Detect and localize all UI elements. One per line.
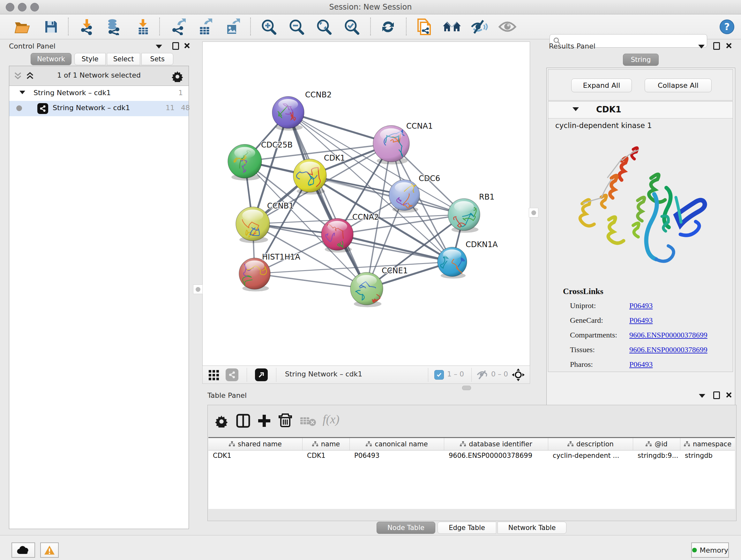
export-image-icon[interactable] (225, 18, 240, 35)
show-all-icon[interactable] (498, 20, 517, 33)
column-header[interactable]: shared name (208, 438, 302, 450)
network-share-view-icon[interactable] (226, 368, 239, 381)
expand-collapse-bar: Expand All Collapse All (548, 69, 733, 101)
hidden-elements-icon[interactable] (476, 370, 488, 380)
network-node-RB1[interactable]: RB1 (448, 192, 494, 233)
string-network-graph[interactable]: CCNB2CCNA1CDC25BCDK1CDC6RB1CCNB1CCNA2CDK… (203, 42, 530, 366)
zoom-selected-icon[interactable] (344, 18, 360, 35)
create-column-plus-icon[interactable] (257, 414, 272, 428)
tab-edge-table[interactable]: Edge Table (437, 522, 496, 534)
tab-select[interactable]: Select (107, 53, 140, 65)
refresh-icon[interactable] (381, 19, 396, 35)
left-splitter-handle[interactable] (193, 285, 203, 294)
control-panel-menu-icon[interactable] (156, 45, 162, 49)
network-node-HIST1H1A[interactable]: HIST1H1A (239, 253, 300, 292)
crosslink-tissues-link[interactable]: 9606.ENSP00000378699 (629, 346, 708, 354)
network-node-CCNA1[interactable]: CCNA1 (373, 122, 433, 165)
crosslink-uniprot-link[interactable]: P06493 (629, 301, 653, 310)
export-table-icon[interactable] (197, 18, 212, 35)
grid-view-icon[interactable] (208, 370, 219, 381)
tab-network[interactable]: Network (30, 53, 71, 65)
network-tree-root-row[interactable]: String Network – cdk1 1 (9, 86, 189, 101)
network-edge-count: 48 (181, 104, 190, 112)
results-panel: Results Panel String Expand All Collapse… (542, 40, 738, 390)
horizontal-splitter-handle[interactable] (462, 386, 471, 390)
crosslink-compartments-link[interactable]: 9606.ENSP00000378699 (629, 331, 708, 339)
toolbar-separator (159, 17, 160, 36)
column-header[interactable]: canonical name (350, 438, 444, 450)
collapse-all-button[interactable]: Collapse All (645, 78, 712, 92)
warnings-button[interactable] (40, 543, 59, 558)
right-splitter-handle[interactable] (529, 208, 538, 217)
zoom-out-icon[interactable] (288, 18, 305, 35)
import-network-from-file-icon[interactable] (79, 18, 94, 35)
svg-text:?: ? (724, 21, 730, 32)
import-table-from-file-icon[interactable] (136, 18, 150, 35)
column-header[interactable]: @id (633, 438, 680, 450)
zoom-in-icon[interactable] (261, 18, 277, 35)
network-edge-CCNE1-HIST1H1A[interactable] (255, 273, 367, 289)
memory-button[interactable]: Memory (691, 543, 729, 558)
open-in-new-window-icon[interactable] (255, 368, 268, 381)
tree-collapse-icon[interactable] (19, 91, 25, 94)
first-neighbors-icon[interactable] (442, 20, 461, 34)
table-panel-close-icon[interactable] (726, 392, 732, 398)
string-results-box: Expand All Collapse All CDK1 cyclin-depe… (546, 68, 735, 409)
import-network-from-database-icon[interactable] (105, 18, 122, 35)
delete-table-icon[interactable] (300, 416, 316, 426)
node-label-CDKN1A: CDKN1A (466, 240, 498, 249)
table-panel-float-icon[interactable] (713, 391, 720, 399)
table-box: f(x) shared name name canonical name dat… (207, 405, 737, 521)
table-panel-menu-icon[interactable] (699, 394, 705, 398)
column-header[interactable]: description (548, 438, 633, 450)
table-settings-gear-icon[interactable] (215, 414, 228, 428)
help-icon[interactable]: ? (719, 19, 735, 35)
zoom-fit-content-icon[interactable] (316, 18, 333, 35)
tab-sets[interactable]: Sets (141, 53, 173, 65)
control-panel-float-icon[interactable] (172, 42, 179, 50)
selected-nodes-checkbox-icon[interactable] (434, 370, 444, 380)
string-network-icon (37, 103, 48, 114)
column-header[interactable]: namespace (680, 438, 735, 450)
cloud-status-button[interactable] (11, 543, 35, 558)
network-node-count: 11 (165, 104, 175, 112)
crosslink-pharos-link[interactable]: P06493 (629, 360, 653, 369)
network-options-gear-icon[interactable] (172, 70, 184, 82)
results-panel-menu-icon[interactable] (698, 45, 704, 49)
gene-symbol: CDK1 (596, 105, 621, 114)
column-header[interactable]: database identifier (444, 438, 548, 450)
crosslink-genecard-link[interactable]: P06493 (629, 316, 653, 325)
results-panel-close-icon[interactable] (726, 43, 732, 49)
network-tree-selected-row[interactable]: String Network – cdk1 11 48 (9, 101, 189, 116)
clone-network-icon[interactable] (416, 18, 433, 36)
delete-column-trash-icon[interactable] (278, 413, 293, 428)
network-edge-CCNB2-CCNE1[interactable] (288, 112, 367, 289)
network-canvas[interactable]: CCNB2CCNA1CDC25BCDK1CDC6RB1CCNB1CCNA2CDK… (202, 42, 530, 366)
hide-selected-icon[interactable] (470, 19, 488, 35)
gene-collapse-icon[interactable] (572, 107, 579, 111)
tab-network-table[interactable]: Network Table (497, 522, 566, 534)
crosslink-label: Pharos: (570, 360, 593, 369)
table-row[interactable]: CDK1 CDK1 P06493 9606.ENSP00000378699 cy… (208, 450, 735, 462)
tab-style[interactable]: Style (74, 53, 106, 65)
warning-icon (44, 545, 55, 555)
expand-all-button[interactable]: Expand All (571, 78, 632, 92)
control-panel-close-icon[interactable] (184, 43, 190, 49)
function-builder-fx[interactable]: f(x) (323, 412, 340, 426)
network-node-CDK1[interactable]: CDK1 (293, 153, 345, 194)
show-columns-icon[interactable] (236, 414, 251, 428)
tab-node-table[interactable]: Node Table (377, 522, 435, 534)
export-network-icon[interactable] (171, 18, 186, 35)
tab-string[interactable]: String (623, 54, 659, 66)
birds-eye-view-icon[interactable] (512, 368, 525, 381)
network-node-CDC25B[interactable]: CDC25B (228, 140, 293, 180)
gene-header-row[interactable]: CDK1 (548, 102, 733, 118)
open-session-icon[interactable] (14, 20, 30, 34)
results-panel-float-icon[interactable] (713, 42, 720, 50)
node-label-CDC6: CDC6 (419, 174, 440, 183)
selected-counts: 1 – 0 (447, 370, 464, 378)
save-session-icon[interactable] (44, 20, 58, 34)
column-header[interactable]: name (302, 438, 350, 450)
network-node-CDKN1A[interactable]: CDKN1A (437, 240, 498, 278)
node-label-HIST1H1A: HIST1H1A (262, 253, 300, 261)
